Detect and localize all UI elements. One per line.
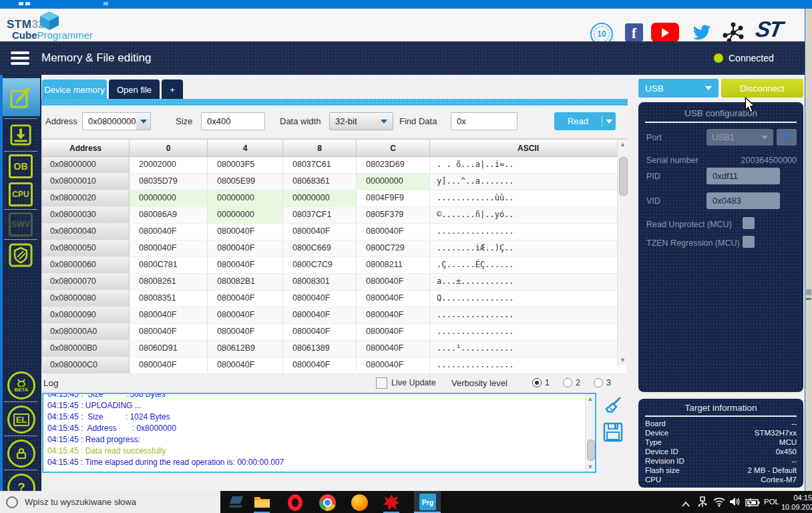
table-row[interactable]: 0x080000500800040F0800040F0800C6690800C7… [42, 240, 626, 257]
hex-value-cell[interactable]: 0800040F [357, 307, 430, 323]
hex-value-cell[interactable]: 00000000 [283, 190, 357, 206]
column-header-0[interactable]: 0 [130, 140, 208, 156]
read-unprotect-checkbox[interactable] [743, 217, 755, 229]
hex-value-cell[interactable]: 0800040F [357, 291, 430, 307]
taskview-icon[interactable] [228, 494, 245, 511]
vid-field[interactable]: 0x0483 [706, 192, 780, 209]
save-log-floppy-icon[interactable] [603, 422, 623, 442]
hex-value-cell[interactable]: 0800C7C9 [283, 257, 357, 273]
log-scrollbar[interactable]: ▲ ▼ [585, 394, 595, 472]
port-select[interactable]: USB1 [706, 129, 773, 146]
hex-value-cell[interactable]: 08008301 [283, 274, 357, 290]
table-row[interactable]: 0x080000200000000000000000000000000804F9… [42, 190, 626, 207]
tray-language[interactable]: POL [764, 498, 779, 506]
column-header-ascii[interactable]: ASCII [430, 140, 626, 156]
address-dropdown-button[interactable] [136, 112, 151, 130]
sidebar-item-erasing-programming[interactable] [9, 123, 33, 147]
sidebar-item-secure-programming[interactable] [7, 440, 35, 468]
hex-value-cell[interactable]: 08037C61 [283, 157, 357, 173]
table-row[interactable]: 0x080000400800040F0800040F0800040F080004… [42, 224, 626, 240]
hex-value-cell[interactable]: 0800040F [357, 357, 430, 373]
hex-value-cell[interactable]: 0805F379 [357, 207, 430, 223]
red-app-icon[interactable] [383, 494, 400, 511]
file-explorer-icon[interactable] [253, 494, 270, 511]
hex-value-cell[interactable]: 0800040F [208, 291, 283, 307]
scrollbar-thumb[interactable] [587, 440, 595, 461]
window-titlebar[interactable] [0, 0, 812, 9]
hex-value-cell[interactable]: 08035D79 [130, 174, 208, 190]
hex-value-cell[interactable]: 00000000 [130, 190, 208, 206]
interface-select[interactable]: USB [638, 79, 719, 98]
hex-value-cell[interactable]: 080003F5 [208, 157, 283, 173]
table-row[interactable]: 0x0800001008035D7908005E9908068361000000… [42, 174, 626, 190]
hex-value-cell[interactable]: 0800040F [208, 307, 283, 323]
hex-value-cell[interactable]: 0800040F [208, 224, 283, 240]
hex-value-cell[interactable]: 0800040F [283, 357, 357, 373]
hex-value-cell[interactable]: 0800040F [208, 324, 283, 340]
clear-log-broom-icon[interactable] [604, 395, 624, 417]
table-row[interactable]: 0x08000030080086A90000000008037CF10805F3… [42, 207, 626, 224]
hex-value-cell[interactable]: 08037CF1 [283, 207, 357, 223]
hex-value-cell[interactable]: 0800040F [130, 324, 208, 340]
tray-speaker-icon[interactable] [729, 496, 741, 510]
hex-value-cell[interactable]: 0800040F [283, 307, 357, 323]
hex-value-cell[interactable]: 0800C729 [357, 240, 430, 256]
hex-value-cell[interactable]: 080612B9 [208, 341, 283, 357]
hex-value-cell[interactable]: 0800040F [357, 224, 430, 240]
twitter-icon[interactable] [692, 25, 711, 41]
disconnect-button[interactable]: Disconnect [721, 79, 803, 98]
hex-value-cell[interactable]: 0804F9F9 [357, 190, 430, 206]
hex-value-cell[interactable]: 08008261 [130, 274, 208, 290]
chrome-icon[interactable] [319, 494, 336, 511]
hex-value-cell[interactable]: 08008351 [130, 291, 208, 307]
verbosity-radio-2[interactable] [563, 378, 572, 387]
hex-value-cell[interactable]: 00000000 [208, 190, 283, 206]
tray-wifi-icon[interactable] [713, 497, 725, 510]
scrollbar-thumb[interactable] [619, 157, 628, 196]
tray-battery-icon[interactable] [745, 498, 760, 510]
opera-icon[interactable] [286, 494, 304, 511]
cubeprogrammer-taskbar-slot[interactable]: Prg [414, 491, 441, 513]
table-row[interactable]: 0x080000A00800040F0800040F0800040F080004… [42, 324, 626, 341]
hex-value-cell[interactable]: 0800040F [130, 240, 208, 256]
sidebar-item-memory-editing[interactable] [3, 78, 40, 116]
sidebar-item-swv[interactable]: SWV [9, 212, 33, 236]
table-row[interactable]: 0x08000080080083510800040F0800040F080004… [42, 291, 626, 307]
pid-field[interactable]: 0xdf11 [706, 168, 780, 184]
hex-value-cell[interactable]: 0800040F [130, 357, 208, 373]
hex-value-cell[interactable]: 0800040F [357, 324, 430, 340]
hex-value-cell[interactable]: 08023D69 [357, 157, 430, 173]
taskbar-search[interactable]: Wpisz tu wyszukiwane słowa [0, 491, 220, 513]
live-update-checkbox[interactable] [376, 377, 387, 389]
sidebar-item-external-loaders[interactable]: EL [7, 405, 35, 434]
hex-value-cell[interactable]: 08008211 [357, 257, 430, 273]
table-scrollbar[interactable]: ▲ ▼ [617, 140, 628, 365]
hex-value-cell[interactable]: 08061389 [283, 341, 357, 357]
hex-value-cell[interactable]: 0800040F [357, 341, 430, 357]
hex-value-cell[interactable]: 0800040F [357, 274, 430, 290]
hex-value-cell[interactable]: 080086A9 [130, 207, 208, 223]
log-output[interactable]: 04:15:45 : Size : 508 Bytes04:15:45 : UP… [42, 393, 596, 473]
hex-value-cell[interactable]: 08060D91 [130, 341, 208, 357]
data-width-select[interactable]: 32-bit [329, 112, 393, 130]
table-row[interactable]: 0x0800007008008261080082B108008301080004… [42, 274, 626, 291]
hex-value-cell[interactable]: 08068361 [283, 174, 357, 190]
sidebar-item-security[interactable] [9, 243, 33, 267]
hex-value-cell[interactable]: 0800040F [208, 357, 283, 373]
sidebar-item-beta[interactable]: BETA [7, 371, 35, 399]
verbosity-radio-3[interactable] [594, 378, 603, 387]
column-header-address[interactable]: Address [42, 140, 130, 156]
hex-value-cell[interactable]: 0800040F [130, 307, 208, 323]
hex-value-cell[interactable]: 0800040F [283, 291, 357, 307]
sidebar-item-cpu[interactable]: CPU [9, 182, 33, 206]
tray-chevron-icon[interactable] [681, 498, 690, 510]
table-row[interactable]: 0x080000C00800040F0800040F0800040F080004… [42, 357, 626, 374]
hex-value-cell[interactable]: 00000000 [208, 207, 283, 223]
tab-open-file[interactable]: Open file [109, 79, 160, 100]
table-row[interactable]: 0x0800000020002000080003F508037C6108023D… [42, 157, 626, 174]
tray-usb-icon[interactable] [697, 496, 708, 512]
table-row[interactable]: 0x080000600800C7810800040F0800C7C9080082… [42, 257, 626, 274]
facebook-icon[interactable]: f [625, 23, 643, 41]
table-row[interactable]: 0x080000900800040F0800040F0800040F080004… [42, 307, 626, 324]
hex-value-cell[interactable]: 0800040F [130, 224, 208, 240]
